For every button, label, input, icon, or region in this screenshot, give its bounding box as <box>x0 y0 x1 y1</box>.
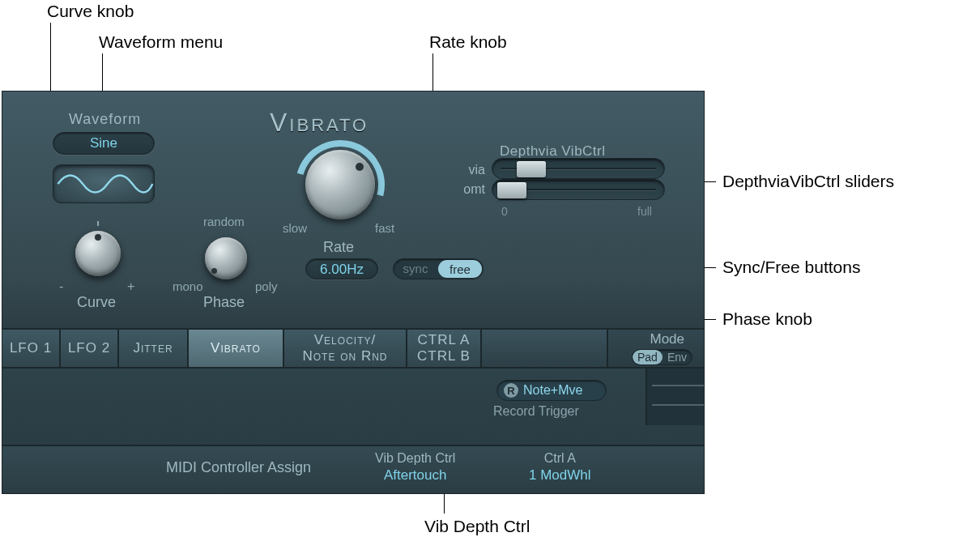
tab-velocity[interactable]: Velocity/ Note on Rnd <box>284 330 407 367</box>
vibrato-section: Vibrato Waveform Sine - + Curve random m… <box>2 92 704 330</box>
tab-line1: Velocity/ <box>314 332 376 348</box>
mode-section: Mode Pad Env <box>607 330 704 367</box>
rate-slow-label: slow <box>283 221 307 235</box>
mode-toggle[interactable]: Pad Env <box>632 349 692 365</box>
depth-via-slider[interactable] <box>492 158 665 179</box>
section-title: Vibrato <box>270 108 369 138</box>
phase-random-label: random <box>203 215 245 228</box>
knob-tick <box>97 221 99 226</box>
depth-via-label: via <box>453 163 485 177</box>
depth-omt-label: omt <box>453 182 485 197</box>
ctrl-a-header: Ctrl A <box>544 451 576 466</box>
tab-ctrl[interactable]: CTRL A CTRL B <box>407 330 482 367</box>
rate-fast-label: fast <box>375 221 394 235</box>
record-trigger-value: Note+Mve <box>523 383 582 398</box>
callout-phase-knob: Phase knob <box>722 309 812 329</box>
tab-line2: Note on Rnd <box>303 348 388 364</box>
mode-env[interactable]: Env <box>663 350 692 364</box>
curve-label: Curve <box>77 294 116 311</box>
callout-curve-knob: Curve knob <box>47 2 134 21</box>
rate-knob[interactable] <box>305 150 375 219</box>
ctrl-a-value: 1 ModWhl <box>529 467 591 484</box>
mode-pad[interactable]: Pad <box>633 350 663 364</box>
tab-line1: CTRL A <box>418 332 471 348</box>
record-trigger-label: Record Trigger <box>493 404 579 419</box>
sync-free-toggle[interactable]: sync free <box>393 258 484 279</box>
depth-scale-min: 0 <box>501 205 508 218</box>
slider-thumb[interactable] <box>517 161 546 177</box>
tab-line2: CTRL B <box>417 348 471 364</box>
midi-assign-bar: MIDI Controller Assign Vib Depth Ctrl Af… <box>2 445 704 494</box>
rate-label: Rate <box>323 239 354 256</box>
vibrato-panel: Vibrato Waveform Sine - + Curve random m… <box>2 91 705 494</box>
sync-button[interactable]: sync <box>394 259 437 279</box>
curve-min-label: - <box>59 279 63 294</box>
waveform-menu[interactable]: Sine <box>53 132 155 155</box>
record-icon: R <box>504 383 518 398</box>
waveform-display <box>53 164 155 203</box>
record-trigger-menu[interactable]: R Note+Mve <box>496 380 607 401</box>
callout-waveform-menu: Waveform menu <box>99 32 223 52</box>
waveform-label: Waveform <box>69 111 141 128</box>
tab-jitter[interactable]: Jitter <box>119 330 189 367</box>
phase-poly-label: poly <box>255 279 278 293</box>
mode-label: Mode <box>650 331 684 347</box>
phase-knob[interactable] <box>205 237 247 279</box>
callout-vib-depth: Vib Depth Ctrl <box>424 517 530 536</box>
vib-depth-value: Aftertouch <box>384 467 447 484</box>
rate-value[interactable]: 6.00Hz <box>305 258 378 279</box>
envelope-display[interactable] <box>646 369 704 425</box>
vib-depth-header: Vib Depth Ctrl <box>375 451 455 466</box>
slider-thumb[interactable] <box>497 182 526 198</box>
modulation-tabs: LFO 1 LFO 2 Jitter Vibrato Velocity/ Not… <box>2 330 704 369</box>
callout-rate-knob: Rate knob <box>429 32 507 52</box>
depth-scale-max: full <box>637 205 652 218</box>
curve-max-label: + <box>127 279 134 294</box>
lower-section: R Note+Mve Record Trigger MIDI Controlle… <box>2 369 704 494</box>
phase-mono-label: mono <box>173 279 203 293</box>
tab-vibrato[interactable]: Vibrato <box>189 330 284 367</box>
vib-depth-ctrl-menu[interactable]: Vib Depth Ctrl Aftertouch <box>375 451 455 484</box>
ctrl-a-menu[interactable]: Ctrl A 1 ModWhl <box>529 451 591 484</box>
callout-depth-sliders: DepthviaVibCtrl sliders <box>722 172 894 191</box>
depth-label: Depthvia VibCtrl <box>500 143 606 160</box>
tab-lfo2[interactable]: LFO 2 <box>61 330 119 367</box>
depth-omt-slider[interactable] <box>492 179 665 200</box>
curve-knob[interactable] <box>75 231 121 276</box>
phase-label: Phase <box>203 294 245 311</box>
free-button[interactable]: free <box>438 260 482 278</box>
tab-lfo1[interactable]: LFO 1 <box>2 330 61 367</box>
callout-syncfree: Sync/Free buttons <box>722 258 860 277</box>
midi-assign-label: MIDI Controller Assign <box>166 459 311 476</box>
